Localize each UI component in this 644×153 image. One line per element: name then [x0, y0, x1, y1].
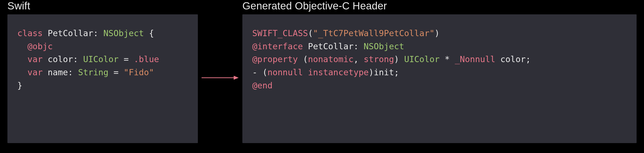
code-line: var name: String = "Fido"	[17, 67, 154, 77]
colon: :	[68, 67, 78, 77]
type-string: String	[78, 67, 108, 77]
kw-end: @end	[252, 80, 272, 90]
attr-nonnull: _Nonnull	[455, 54, 500, 64]
str-fido: "Fido"	[124, 67, 154, 77]
swift-title: Swift	[8, 0, 198, 12]
ident-petcollar: PetCollar	[308, 41, 354, 51]
str-mangled: "_TtC7PetWall9PetCollar"	[313, 28, 434, 38]
macro-swiftclass: SWIFT_CLASS	[252, 28, 308, 38]
code-line: class PetCollar: NSObject {	[17, 28, 154, 38]
code-line: @property (nonatomic, strong) UIColor * …	[252, 54, 531, 64]
objc-code-box: SWIFT_CLASS("_TtC7PetWall9PetCollar") @i…	[242, 14, 636, 143]
star: *	[440, 54, 454, 64]
ident-color: color	[48, 54, 73, 64]
attr-nonatomic: nonatomic	[308, 54, 354, 64]
kw-class: class	[17, 28, 48, 38]
type-uicolor: UIColor	[404, 54, 440, 64]
code-line: - (nonnull instancetype)init;	[252, 67, 399, 77]
equals: =	[108, 67, 124, 77]
ident-color: color	[500, 54, 526, 64]
brace-open: {	[144, 28, 154, 38]
colon: :	[93, 28, 104, 38]
objc-panel: Generated Objective-C Header SWIFT_CLASS…	[242, 0, 636, 143]
code-line: SWIFT_CLASS("_TtC7PetWall9PetCollar")	[252, 28, 440, 38]
arrow-right-icon	[202, 74, 239, 81]
kw-instancetype: instancetype	[308, 67, 369, 77]
paren-close: )	[394, 54, 404, 64]
kw-var: var	[17, 67, 48, 77]
paren-open: (	[262, 67, 267, 77]
code-line: @end	[252, 80, 272, 90]
attr-objc: @objc	[17, 41, 53, 51]
semicolon: ;	[526, 54, 530, 64]
paren-open: (	[308, 28, 313, 38]
arrow-container	[198, 0, 242, 143]
code-line: var color: UIColor = .blue	[17, 54, 159, 64]
objc-title: Generated Objective-C Header	[242, 0, 636, 12]
comparison-container: Swift class PetCollar: NSObject { @objc …	[0, 0, 644, 153]
type-uicolor: UIColor	[83, 54, 118, 64]
code-line: @objc	[17, 41, 53, 51]
ident-name: name	[48, 67, 68, 77]
paren-close: )	[369, 67, 374, 77]
kw-interface: @interface	[252, 41, 308, 51]
colon: :	[73, 54, 83, 64]
attr-nonnull: nonnull	[267, 67, 308, 77]
comma: ,	[354, 54, 364, 64]
colon: :	[354, 41, 364, 51]
ident-init: init	[374, 67, 394, 77]
attr-strong: strong	[364, 54, 394, 64]
swift-panel: Swift class PetCollar: NSObject { @objc …	[8, 0, 198, 143]
paren-open: (	[303, 54, 308, 64]
type-nsobject: NSObject	[364, 41, 404, 51]
swift-code-box: class PetCollar: NSObject { @objc var co…	[8, 14, 198, 143]
kw-property: @property	[252, 54, 303, 64]
dash: -	[252, 67, 262, 77]
paren-close: )	[434, 28, 440, 38]
brace-close: }	[17, 80, 22, 90]
code-line: @interface PetCollar: NSObject	[252, 41, 404, 51]
kw-var: var	[17, 54, 48, 64]
svg-marker-1	[234, 76, 239, 80]
ident-petcollar: PetCollar	[48, 28, 93, 38]
code-line: }	[17, 80, 22, 90]
type-nsobject: NSObject	[104, 28, 144, 38]
equals: =	[118, 54, 134, 64]
semicolon: ;	[394, 67, 399, 77]
val-blue: .blue	[134, 54, 159, 64]
